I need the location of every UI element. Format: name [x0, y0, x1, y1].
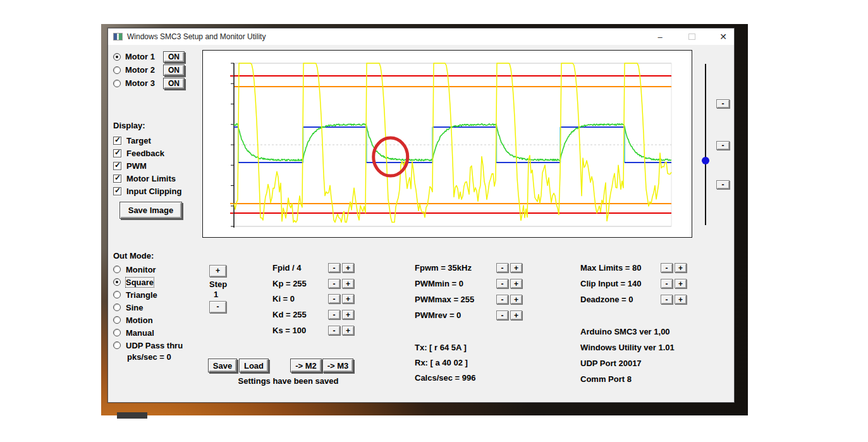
radio-icon[interactable]	[113, 80, 121, 87]
param-plus-button[interactable]: +	[510, 295, 522, 304]
param-plus-button[interactable]: +	[342, 326, 354, 335]
param-minus-button[interactable]: -	[496, 279, 508, 288]
scope-svg	[203, 51, 692, 237]
version-info-group: Arduino SMC3 ver 1,00Windows Utility ver…	[580, 327, 675, 390]
status-message: Settings have been saved	[203, 376, 374, 386]
radio-icon[interactable]	[113, 53, 121, 61]
motor-label: Motor 3	[125, 78, 163, 88]
outmode-option-label: Motion	[126, 316, 153, 325]
copy-to-m2-button[interactable]: -> M2	[290, 359, 322, 372]
chart-scale-minus-button[interactable]: -	[716, 141, 730, 150]
save-button[interactable]: Save	[208, 359, 237, 372]
radio-icon[interactable]	[113, 341, 121, 349]
outmode-option-row[interactable]: Motion	[113, 314, 183, 326]
chart-scale-minus-button[interactable]: -	[716, 180, 730, 189]
radio-icon[interactable]	[113, 316, 121, 324]
checkbox-icon[interactable]	[113, 175, 121, 183]
maximize-button[interactable]	[681, 28, 702, 45]
param-plus-button[interactable]: +	[675, 279, 687, 288]
limit-param-group: Max Limits = 80-+Clip Input = 140-+Deadz…	[580, 263, 691, 317]
outmode-option-row[interactable]: Square	[113, 276, 183, 288]
outmode-option-label: UDP Pass thru	[126, 341, 183, 350]
pks-per-sec-label: pks/sec = 0	[127, 352, 171, 362]
pwm-param-group: Fpwm = 35kHz-+PWMmin = 0-+PWMmax = 255-+…	[415, 263, 525, 333]
save-image-button[interactable]: Save Image	[119, 202, 182, 219]
radio-icon[interactable]	[113, 66, 121, 74]
outmode-option-row[interactable]: Sine	[113, 301, 183, 314]
info-line: UDP Port 20017	[580, 359, 675, 374]
param-minus-button[interactable]: -	[496, 295, 508, 304]
outmode-option-row[interactable]: Triangle	[113, 288, 183, 301]
radio-icon[interactable]	[113, 266, 121, 273]
scope-chart	[202, 50, 692, 238]
param-minus-button[interactable]: -	[661, 279, 673, 288]
outmode-heading: Out Mode:	[113, 251, 183, 261]
comms-group: Tx: [ r 64 5A ] Rx: [ a 40 02 ] Calcs/se…	[415, 343, 476, 388]
motor-on-button[interactable]: ON	[163, 64, 185, 76]
param-plus-button[interactable]: +	[510, 310, 522, 320]
param-label: Ki = 0	[272, 294, 295, 304]
display-option-row[interactable]: Target	[113, 134, 181, 147]
chart-scale-minus-button[interactable]: -	[716, 99, 730, 108]
motor-on-button[interactable]: ON	[163, 78, 185, 89]
smc3-window: Windows SMC3 Setup and Monitor Utility –…	[107, 28, 735, 403]
param-minus-button[interactable]: -	[496, 310, 508, 320]
step-minus-button[interactable]: -	[209, 301, 226, 313]
display-option-label: Feedback	[126, 149, 164, 158]
param-label: PWMrev = 0	[415, 310, 461, 320]
checkbox-icon[interactable]	[113, 149, 121, 157]
param-minus-button[interactable]: -	[496, 263, 508, 273]
load-button[interactable]: Load	[239, 359, 269, 372]
radio-icon[interactable]	[113, 304, 121, 311]
display-heading: Display:	[113, 121, 181, 130]
motor-on-button[interactable]: ON	[163, 51, 185, 63]
param-minus-button[interactable]: -	[328, 326, 340, 335]
display-option-label: Motor Limits	[126, 174, 176, 183]
param-label: Max Limits = 80	[580, 263, 641, 273]
outmode-options: MonitorSquareTriangleSineMotionManualUDP…	[113, 263, 183, 352]
param-plus-button[interactable]: +	[510, 279, 522, 288]
taskbar-button-sliver[interactable]	[117, 412, 147, 419]
display-option-row[interactable]: Motor Limits	[113, 172, 181, 185]
checkbox-icon[interactable]	[113, 162, 121, 170]
chart-scale-slider-thumb[interactable]	[702, 157, 709, 164]
outmode-option-row[interactable]: UDP Pass thru	[113, 339, 183, 352]
param-minus-button[interactable]: -	[328, 310, 340, 319]
radio-icon[interactable]	[113, 291, 121, 298]
motor-row[interactable]: Motor 2ON	[113, 63, 185, 77]
param-minus-button[interactable]: -	[328, 294, 340, 304]
display-group: Display: TargetFeedbackPWMMotor LimitsIn…	[113, 121, 181, 197]
motor-row[interactable]: Motor 3ON	[113, 77, 185, 90]
param-plus-button[interactable]: +	[342, 294, 354, 304]
step-plus-button[interactable]: +	[209, 265, 226, 277]
motor-row[interactable]: Motor 1ON	[113, 50, 185, 63]
step-group: + Step 1 -	[209, 264, 235, 313]
outmode-option-row[interactable]: Manual	[113, 326, 183, 339]
display-option-row[interactable]: Input Clipping	[113, 185, 181, 197]
copy-to-m3-button[interactable]: -> M3	[322, 359, 353, 372]
param-minus-button[interactable]: -	[661, 295, 673, 304]
radio-icon[interactable]	[113, 329, 121, 336]
param-minus-button[interactable]: -	[661, 263, 673, 273]
param-plus-button[interactable]: +	[510, 263, 522, 273]
param-plus-button[interactable]: +	[342, 263, 354, 273]
checkbox-icon[interactable]	[113, 187, 121, 195]
param-minus-button[interactable]: -	[328, 279, 340, 288]
param-label: Fpid / 4	[272, 263, 302, 273]
display-option-row[interactable]: Feedback	[113, 147, 181, 159]
radio-icon[interactable]	[113, 278, 121, 286]
param-plus-button[interactable]: +	[675, 295, 687, 304]
display-option-row[interactable]: PWM	[113, 159, 181, 172]
display-option-label: Input Clipping	[126, 187, 181, 196]
checkbox-icon[interactable]	[113, 137, 121, 145]
param-plus-button[interactable]: +	[342, 279, 354, 288]
motor-label: Motor 2	[125, 65, 163, 75]
param-minus-button[interactable]: -	[328, 263, 340, 273]
param-plus-button[interactable]: +	[342, 310, 354, 319]
close-button[interactable]: ✕	[712, 28, 734, 45]
chart-scale-slider-track[interactable]	[705, 64, 706, 225]
minimize-button[interactable]: –	[649, 28, 671, 45]
param-plus-button[interactable]: +	[675, 263, 687, 273]
outmode-option-label: Manual	[126, 328, 154, 338]
outmode-option-row[interactable]: Monitor	[113, 263, 183, 276]
